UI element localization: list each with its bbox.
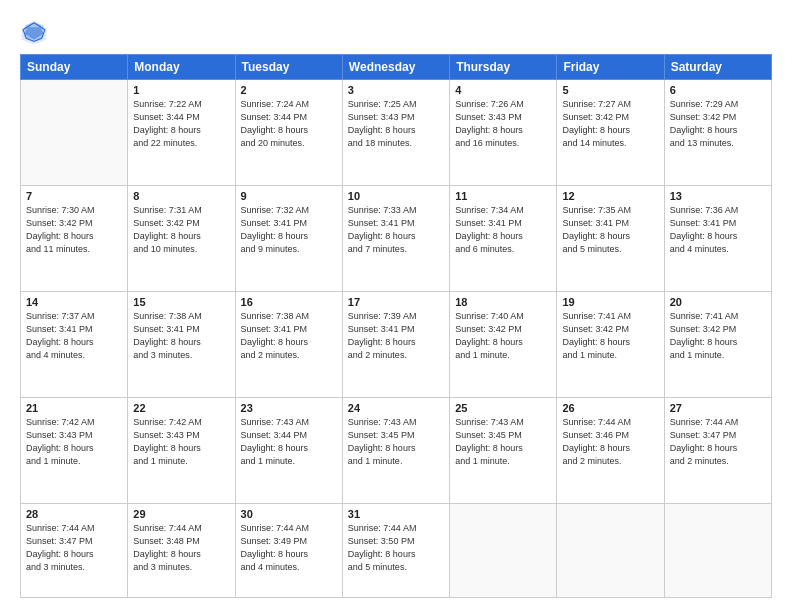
day-number: 17 xyxy=(348,296,444,308)
day-number: 19 xyxy=(562,296,658,308)
day-info: Sunrise: 7:24 AM Sunset: 3:44 PM Dayligh… xyxy=(241,98,337,150)
calendar-cell: 1Sunrise: 7:22 AM Sunset: 3:44 PM Daylig… xyxy=(128,80,235,186)
calendar-cell: 3Sunrise: 7:25 AM Sunset: 3:43 PM Daylig… xyxy=(342,80,449,186)
calendar-cell: 23Sunrise: 7:43 AM Sunset: 3:44 PM Dayli… xyxy=(235,398,342,504)
weekday-saturday: Saturday xyxy=(664,55,771,80)
week-row-1: 7Sunrise: 7:30 AM Sunset: 3:42 PM Daylig… xyxy=(21,186,772,292)
day-number: 3 xyxy=(348,84,444,96)
calendar-cell: 14Sunrise: 7:37 AM Sunset: 3:41 PM Dayli… xyxy=(21,292,128,398)
day-number: 12 xyxy=(562,190,658,202)
day-info: Sunrise: 7:43 AM Sunset: 3:45 PM Dayligh… xyxy=(348,416,444,468)
day-info: Sunrise: 7:33 AM Sunset: 3:41 PM Dayligh… xyxy=(348,204,444,256)
day-number: 23 xyxy=(241,402,337,414)
calendar-cell xyxy=(450,504,557,598)
calendar-cell xyxy=(557,504,664,598)
week-row-0: 1Sunrise: 7:22 AM Sunset: 3:44 PM Daylig… xyxy=(21,80,772,186)
day-info: Sunrise: 7:43 AM Sunset: 3:45 PM Dayligh… xyxy=(455,416,551,468)
calendar-cell: 13Sunrise: 7:36 AM Sunset: 3:41 PM Dayli… xyxy=(664,186,771,292)
day-number: 26 xyxy=(562,402,658,414)
day-info: Sunrise: 7:32 AM Sunset: 3:41 PM Dayligh… xyxy=(241,204,337,256)
weekday-wednesday: Wednesday xyxy=(342,55,449,80)
calendar-cell: 24Sunrise: 7:43 AM Sunset: 3:45 PM Dayli… xyxy=(342,398,449,504)
header xyxy=(20,18,772,46)
calendar-cell: 7Sunrise: 7:30 AM Sunset: 3:42 PM Daylig… xyxy=(21,186,128,292)
day-info: Sunrise: 7:41 AM Sunset: 3:42 PM Dayligh… xyxy=(670,310,766,362)
calendar-cell: 20Sunrise: 7:41 AM Sunset: 3:42 PM Dayli… xyxy=(664,292,771,398)
calendar-cell: 31Sunrise: 7:44 AM Sunset: 3:50 PM Dayli… xyxy=(342,504,449,598)
weekday-thursday: Thursday xyxy=(450,55,557,80)
calendar-cell: 30Sunrise: 7:44 AM Sunset: 3:49 PM Dayli… xyxy=(235,504,342,598)
day-info: Sunrise: 7:41 AM Sunset: 3:42 PM Dayligh… xyxy=(562,310,658,362)
calendar-cell: 6Sunrise: 7:29 AM Sunset: 3:42 PM Daylig… xyxy=(664,80,771,186)
week-row-4: 28Sunrise: 7:44 AM Sunset: 3:47 PM Dayli… xyxy=(21,504,772,598)
day-number: 8 xyxy=(133,190,229,202)
calendar-cell: 26Sunrise: 7:44 AM Sunset: 3:46 PM Dayli… xyxy=(557,398,664,504)
day-info: Sunrise: 7:25 AM Sunset: 3:43 PM Dayligh… xyxy=(348,98,444,150)
day-info: Sunrise: 7:36 AM Sunset: 3:41 PM Dayligh… xyxy=(670,204,766,256)
calendar-cell: 11Sunrise: 7:34 AM Sunset: 3:41 PM Dayli… xyxy=(450,186,557,292)
day-number: 5 xyxy=(562,84,658,96)
day-number: 31 xyxy=(348,508,444,520)
day-number: 6 xyxy=(670,84,766,96)
day-info: Sunrise: 7:43 AM Sunset: 3:44 PM Dayligh… xyxy=(241,416,337,468)
calendar: SundayMondayTuesdayWednesdayThursdayFrid… xyxy=(20,54,772,598)
day-info: Sunrise: 7:26 AM Sunset: 3:43 PM Dayligh… xyxy=(455,98,551,150)
day-info: Sunrise: 7:44 AM Sunset: 3:47 PM Dayligh… xyxy=(26,522,122,574)
day-number: 14 xyxy=(26,296,122,308)
calendar-cell: 15Sunrise: 7:38 AM Sunset: 3:41 PM Dayli… xyxy=(128,292,235,398)
calendar-cell xyxy=(664,504,771,598)
calendar-cell: 16Sunrise: 7:38 AM Sunset: 3:41 PM Dayli… xyxy=(235,292,342,398)
calendar-cell: 27Sunrise: 7:44 AM Sunset: 3:47 PM Dayli… xyxy=(664,398,771,504)
day-number: 27 xyxy=(670,402,766,414)
week-row-2: 14Sunrise: 7:37 AM Sunset: 3:41 PM Dayli… xyxy=(21,292,772,398)
calendar-cell: 22Sunrise: 7:42 AM Sunset: 3:43 PM Dayli… xyxy=(128,398,235,504)
day-info: Sunrise: 7:42 AM Sunset: 3:43 PM Dayligh… xyxy=(26,416,122,468)
day-number: 28 xyxy=(26,508,122,520)
calendar-cell: 18Sunrise: 7:40 AM Sunset: 3:42 PM Dayli… xyxy=(450,292,557,398)
day-info: Sunrise: 7:27 AM Sunset: 3:42 PM Dayligh… xyxy=(562,98,658,150)
calendar-cell: 21Sunrise: 7:42 AM Sunset: 3:43 PM Dayli… xyxy=(21,398,128,504)
page: SundayMondayTuesdayWednesdayThursdayFrid… xyxy=(0,0,792,612)
weekday-sunday: Sunday xyxy=(21,55,128,80)
day-number: 16 xyxy=(241,296,337,308)
calendar-cell: 5Sunrise: 7:27 AM Sunset: 3:42 PM Daylig… xyxy=(557,80,664,186)
day-info: Sunrise: 7:42 AM Sunset: 3:43 PM Dayligh… xyxy=(133,416,229,468)
calendar-cell: 17Sunrise: 7:39 AM Sunset: 3:41 PM Dayli… xyxy=(342,292,449,398)
day-number: 2 xyxy=(241,84,337,96)
day-number: 13 xyxy=(670,190,766,202)
day-info: Sunrise: 7:34 AM Sunset: 3:41 PM Dayligh… xyxy=(455,204,551,256)
calendar-cell: 28Sunrise: 7:44 AM Sunset: 3:47 PM Dayli… xyxy=(21,504,128,598)
calendar-cell: 25Sunrise: 7:43 AM Sunset: 3:45 PM Dayli… xyxy=(450,398,557,504)
day-info: Sunrise: 7:35 AM Sunset: 3:41 PM Dayligh… xyxy=(562,204,658,256)
day-info: Sunrise: 7:37 AM Sunset: 3:41 PM Dayligh… xyxy=(26,310,122,362)
day-number: 24 xyxy=(348,402,444,414)
day-number: 21 xyxy=(26,402,122,414)
day-number: 4 xyxy=(455,84,551,96)
day-info: Sunrise: 7:38 AM Sunset: 3:41 PM Dayligh… xyxy=(133,310,229,362)
day-info: Sunrise: 7:44 AM Sunset: 3:50 PM Dayligh… xyxy=(348,522,444,574)
day-info: Sunrise: 7:44 AM Sunset: 3:48 PM Dayligh… xyxy=(133,522,229,574)
weekday-friday: Friday xyxy=(557,55,664,80)
day-number: 1 xyxy=(133,84,229,96)
day-info: Sunrise: 7:38 AM Sunset: 3:41 PM Dayligh… xyxy=(241,310,337,362)
calendar-cell: 4Sunrise: 7:26 AM Sunset: 3:43 PM Daylig… xyxy=(450,80,557,186)
calendar-cell: 2Sunrise: 7:24 AM Sunset: 3:44 PM Daylig… xyxy=(235,80,342,186)
day-info: Sunrise: 7:44 AM Sunset: 3:47 PM Dayligh… xyxy=(670,416,766,468)
day-number: 25 xyxy=(455,402,551,414)
day-info: Sunrise: 7:30 AM Sunset: 3:42 PM Dayligh… xyxy=(26,204,122,256)
day-info: Sunrise: 7:44 AM Sunset: 3:46 PM Dayligh… xyxy=(562,416,658,468)
day-info: Sunrise: 7:40 AM Sunset: 3:42 PM Dayligh… xyxy=(455,310,551,362)
day-info: Sunrise: 7:39 AM Sunset: 3:41 PM Dayligh… xyxy=(348,310,444,362)
day-number: 18 xyxy=(455,296,551,308)
calendar-cell: 19Sunrise: 7:41 AM Sunset: 3:42 PM Dayli… xyxy=(557,292,664,398)
weekday-header-row: SundayMondayTuesdayWednesdayThursdayFrid… xyxy=(21,55,772,80)
day-number: 30 xyxy=(241,508,337,520)
calendar-cell: 9Sunrise: 7:32 AM Sunset: 3:41 PM Daylig… xyxy=(235,186,342,292)
day-number: 20 xyxy=(670,296,766,308)
day-info: Sunrise: 7:31 AM Sunset: 3:42 PM Dayligh… xyxy=(133,204,229,256)
day-number: 22 xyxy=(133,402,229,414)
calendar-cell: 12Sunrise: 7:35 AM Sunset: 3:41 PM Dayli… xyxy=(557,186,664,292)
day-info: Sunrise: 7:29 AM Sunset: 3:42 PM Dayligh… xyxy=(670,98,766,150)
day-info: Sunrise: 7:22 AM Sunset: 3:44 PM Dayligh… xyxy=(133,98,229,150)
day-number: 10 xyxy=(348,190,444,202)
